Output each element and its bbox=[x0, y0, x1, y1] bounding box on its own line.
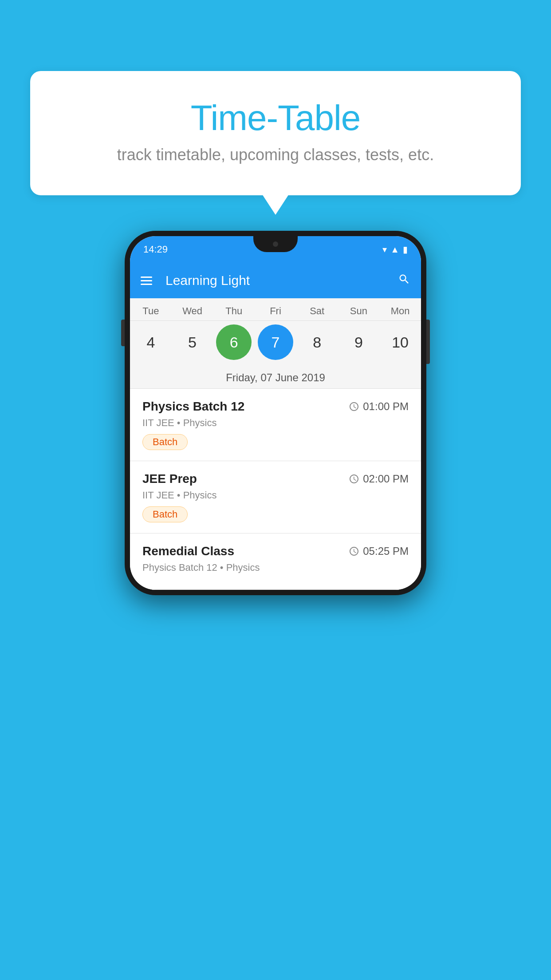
date-4[interactable]: 4 bbox=[133, 324, 169, 360]
speech-bubble-container: Time-Table track timetable, upcoming cla… bbox=[30, 71, 521, 195]
bubble-subtitle: track timetable, upcoming classes, tests… bbox=[48, 146, 503, 164]
schedule-list: Physics Batch 12 01:00 PM IIT JEE • Phys… bbox=[130, 389, 421, 590]
schedule-item-1[interactable]: Physics Batch 12 01:00 PM IIT JEE • Phys… bbox=[130, 389, 421, 461]
phone-screen: 14:29 ▾ ▲ ▮ Learning Light bbox=[130, 236, 421, 590]
schedule-item-1-header: Physics Batch 12 01:00 PM bbox=[142, 399, 409, 414]
calendar-dates-row: 4 5 6 7 8 9 10 bbox=[130, 321, 421, 367]
schedule-title-3: Remedial Class bbox=[142, 544, 234, 558]
date-6-today[interactable]: 6 bbox=[216, 324, 252, 360]
signal-icon: ▲ bbox=[390, 245, 399, 255]
selected-date-label: Friday, 07 June 2019 bbox=[130, 367, 421, 389]
app-bar: Learning Light bbox=[130, 263, 421, 298]
day-sun: Sun bbox=[341, 305, 376, 317]
schedule-time-3: 05:25 PM bbox=[349, 545, 409, 557]
phone-frame: 14:29 ▾ ▲ ▮ Learning Light bbox=[125, 231, 426, 595]
schedule-item-2[interactable]: JEE Prep 02:00 PM IIT JEE • Physics Batc… bbox=[130, 461, 421, 533]
app-title: Learning Light bbox=[161, 273, 389, 288]
schedule-subtitle-3: Physics Batch 12 • Physics bbox=[142, 562, 409, 573]
batch-badge-2: Batch bbox=[142, 506, 188, 522]
status-time: 14:29 bbox=[143, 244, 168, 255]
day-fri: Fri bbox=[258, 305, 293, 317]
phone-mockup: 14:29 ▾ ▲ ▮ Learning Light bbox=[125, 231, 426, 595]
date-5[interactable]: 5 bbox=[175, 324, 210, 360]
status-bar: 14:29 ▾ ▲ ▮ bbox=[130, 236, 421, 263]
hamburger-line-3 bbox=[141, 284, 152, 285]
search-icon[interactable] bbox=[398, 273, 410, 288]
camera-dot bbox=[273, 241, 278, 247]
hamburger-line-1 bbox=[141, 277, 152, 278]
hamburger-menu-icon[interactable] bbox=[141, 277, 152, 285]
schedule-title-2: JEE Prep bbox=[142, 472, 197, 486]
schedule-item-2-header: JEE Prep 02:00 PM bbox=[142, 472, 409, 486]
date-9[interactable]: 9 bbox=[341, 324, 376, 360]
day-sat: Sat bbox=[299, 305, 335, 317]
time-label-2: 02:00 PM bbox=[363, 473, 409, 485]
date-7-selected[interactable]: 7 bbox=[258, 324, 293, 360]
date-10[interactable]: 10 bbox=[382, 324, 418, 360]
day-wed: Wed bbox=[175, 305, 210, 317]
schedule-subtitle-1: IIT JEE • Physics bbox=[142, 417, 409, 429]
schedule-time-1: 01:00 PM bbox=[349, 400, 409, 413]
day-tue: Tue bbox=[133, 305, 169, 317]
schedule-subtitle-2: IIT JEE • Physics bbox=[142, 490, 409, 501]
time-label-3: 05:25 PM bbox=[363, 545, 409, 557]
day-thu: Thu bbox=[216, 305, 252, 317]
status-icons: ▾ ▲ ▮ bbox=[382, 244, 408, 255]
notch bbox=[253, 236, 298, 252]
batch-badge-1: Batch bbox=[142, 434, 188, 450]
speech-bubble: Time-Table track timetable, upcoming cla… bbox=[30, 71, 521, 195]
calendar-days-header: Tue Wed Thu Fri Sat Sun Mon bbox=[130, 298, 421, 321]
schedule-item-3[interactable]: Remedial Class 05:25 PM Physics Batch 12… bbox=[130, 533, 421, 590]
schedule-item-3-header: Remedial Class 05:25 PM bbox=[142, 544, 409, 558]
battery-icon: ▮ bbox=[403, 244, 408, 255]
date-8[interactable]: 8 bbox=[299, 324, 335, 360]
wifi-icon: ▾ bbox=[382, 244, 387, 255]
day-mon: Mon bbox=[382, 305, 418, 317]
bubble-title: Time-Table bbox=[48, 98, 503, 138]
hamburger-line-2 bbox=[141, 280, 152, 281]
time-label-1: 01:00 PM bbox=[363, 400, 409, 413]
schedule-time-2: 02:00 PM bbox=[349, 473, 409, 485]
schedule-title-1: Physics Batch 12 bbox=[142, 399, 244, 414]
